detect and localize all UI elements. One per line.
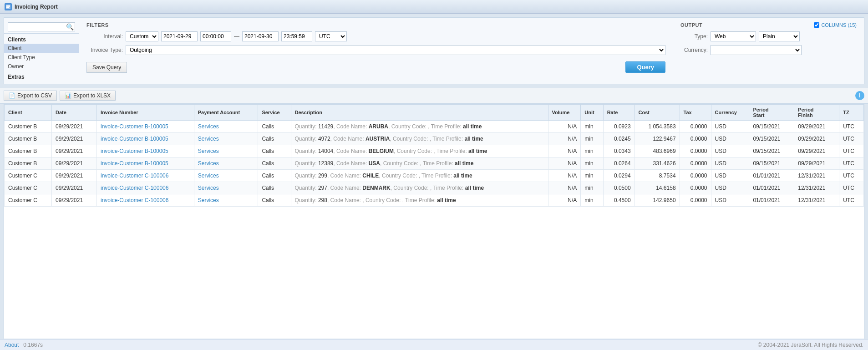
invoice-link[interactable]: invoice-Customer B-100005 bbox=[101, 123, 168, 130]
cell-volume: N/A bbox=[548, 145, 581, 157]
xlsx-icon: 📊 bbox=[65, 92, 71, 99]
export-csv-label: Export to CSV bbox=[17, 92, 52, 99]
cell-period-finish: 09/29/2021 bbox=[794, 145, 839, 157]
cell-service: Calls bbox=[258, 145, 291, 157]
cell-service: Calls bbox=[258, 170, 291, 182]
cell-tax: 0.0000 bbox=[680, 182, 711, 194]
cell-period-start: 09/15/2021 bbox=[749, 157, 794, 170]
filters-title: FILTERS bbox=[86, 22, 665, 28]
invoice-link[interactable]: invoice-Customer C-100006 bbox=[101, 185, 168, 191]
cell-rate: 0.0923 bbox=[603, 121, 635, 133]
time-to-input[interactable] bbox=[281, 31, 312, 41]
invoice-type-select[interactable]: Outgoing bbox=[126, 45, 665, 55]
cell-volume: N/A bbox=[548, 182, 581, 194]
cell-tz: UTC bbox=[839, 121, 864, 133]
cell-client: Customer C bbox=[5, 170, 52, 182]
footer-time: 0.1667s bbox=[23, 342, 43, 348]
cell-client: Customer C bbox=[5, 182, 52, 194]
format-select[interactable]: Plain bbox=[759, 31, 800, 41]
sidebar-item-owner[interactable]: Owner bbox=[4, 62, 79, 71]
info-button[interactable]: i bbox=[855, 91, 864, 100]
cell-volume: N/A bbox=[548, 133, 581, 145]
interval-select[interactable]: Custom bbox=[126, 31, 158, 41]
query-button[interactable]: Query bbox=[625, 61, 665, 73]
about-link[interactable]: About bbox=[5, 342, 19, 348]
invoice-link[interactable]: invoice-Customer C-100006 bbox=[101, 172, 168, 179]
cell-date: 09/29/2021 bbox=[52, 133, 97, 145]
csv-icon: 📄 bbox=[9, 92, 15, 99]
cell-rate: 0.0294 bbox=[603, 170, 635, 182]
payment-account-link[interactable]: Services bbox=[198, 148, 219, 154]
type-row: Type: Web Plain bbox=[680, 31, 857, 41]
col-payment-account: Payment Account bbox=[194, 105, 258, 121]
columns-checkbox[interactable] bbox=[814, 22, 819, 28]
cell-date: 09/29/2021 bbox=[52, 121, 97, 133]
footer: About 0.1667s © 2004-2021 JeraSoft. All … bbox=[0, 339, 868, 350]
cell-service: Calls bbox=[258, 133, 291, 145]
date-to-input[interactable] bbox=[242, 31, 279, 41]
cell-currency: USD bbox=[711, 182, 749, 194]
title-bar: Invoicing Report bbox=[0, 0, 868, 14]
search-container: 🔍 bbox=[4, 20, 79, 34]
date-from-input[interactable] bbox=[161, 31, 198, 41]
search-input[interactable] bbox=[8, 22, 75, 31]
cell-period-start: 09/15/2021 bbox=[749, 145, 794, 157]
sidebar-group-clients: Clients bbox=[4, 34, 79, 44]
save-query-button[interactable]: Save Query bbox=[86, 62, 127, 73]
cell-description: Quantity: 297, Code Name: DENMARK, Count… bbox=[291, 182, 548, 194]
payment-account-link[interactable]: Services bbox=[198, 172, 219, 179]
cell-cost: 483.6969 bbox=[635, 145, 680, 157]
sidebar-item-client[interactable]: Client bbox=[4, 44, 79, 53]
cell-tz: UTC bbox=[839, 145, 864, 157]
cell-unit: min bbox=[581, 194, 603, 207]
payment-account-link[interactable]: Services bbox=[198, 197, 219, 203]
table-row: Customer C 09/29/2021 invoice-Customer C… bbox=[5, 194, 864, 207]
col-currency: Currency bbox=[711, 105, 749, 121]
currency-label: Currency: bbox=[680, 47, 708, 53]
output-section: OUTPUT COLUMNS (15) Type: Web Plain Curr… bbox=[673, 18, 864, 84]
cell-payment-account: Services bbox=[194, 121, 258, 133]
col-volume: Volume bbox=[548, 105, 581, 121]
filter-panel: 🔍 Clients Client Client Type Owner Extra… bbox=[4, 17, 864, 84]
cell-period-finish: 09/29/2021 bbox=[794, 133, 839, 145]
type-select[interactable]: Web bbox=[711, 31, 756, 41]
table-row: Customer B 09/29/2021 invoice-Customer B… bbox=[5, 133, 864, 145]
time-from-input[interactable] bbox=[200, 31, 231, 41]
payment-account-link[interactable]: Services bbox=[198, 123, 219, 130]
payment-account-link[interactable]: Services bbox=[198, 136, 219, 142]
payment-account-link[interactable]: Services bbox=[198, 185, 219, 191]
cell-tax: 0.0000 bbox=[680, 145, 711, 157]
interval-row: Interval: Custom — UTC bbox=[86, 31, 665, 41]
cell-period-start: 01/01/2021 bbox=[749, 170, 794, 182]
export-xlsx-button[interactable]: 📊 Export to XLSX bbox=[60, 91, 116, 101]
export-csv-button[interactable]: 📄 Export to CSV bbox=[4, 91, 57, 101]
currency-select[interactable] bbox=[711, 45, 802, 55]
cell-tax: 0.0000 bbox=[680, 133, 711, 145]
invoicing-table: Client Date Invoice Number Payment Accou… bbox=[4, 104, 864, 207]
output-title: OUTPUT bbox=[680, 22, 702, 28]
table-row: Customer C 09/29/2021 invoice-Customer C… bbox=[5, 182, 864, 194]
invoice-link[interactable]: invoice-Customer C-100006 bbox=[101, 197, 168, 203]
invoice-link[interactable]: invoice-Customer B-100005 bbox=[101, 136, 168, 142]
cell-invoice-number: invoice-Customer B-100005 bbox=[97, 133, 194, 145]
cell-period-finish: 12/31/2021 bbox=[794, 194, 839, 207]
cell-invoice-number: invoice-Customer B-100005 bbox=[97, 145, 194, 157]
invoice-link[interactable]: invoice-Customer B-100005 bbox=[101, 160, 168, 167]
timezone-select[interactable]: UTC bbox=[315, 31, 347, 41]
cell-invoice-number: invoice-Customer C-100006 bbox=[97, 182, 194, 194]
cell-description: Quantity: 12389, Code Name: USA, Country… bbox=[291, 157, 548, 170]
sidebar-item-client-type[interactable]: Client Type bbox=[4, 53, 79, 62]
cell-cost: 122.9467 bbox=[635, 133, 680, 145]
sidebar-group-extras: Extras bbox=[4, 71, 79, 81]
cell-period-start: 09/15/2021 bbox=[749, 121, 794, 133]
cell-rate: 0.0264 bbox=[603, 157, 635, 170]
cell-service: Calls bbox=[258, 182, 291, 194]
columns-link[interactable]: COLUMNS (15) bbox=[821, 22, 857, 28]
invoice-link[interactable]: invoice-Customer B-100005 bbox=[101, 148, 168, 154]
cell-invoice-number: invoice-Customer B-100005 bbox=[97, 121, 194, 133]
table-row: Customer B 09/29/2021 invoice-Customer B… bbox=[5, 145, 864, 157]
payment-account-link[interactable]: Services bbox=[198, 160, 219, 167]
table-row: Customer B 09/29/2021 invoice-Customer B… bbox=[5, 157, 864, 170]
col-cost: Cost bbox=[635, 105, 680, 121]
col-tz: TZ bbox=[839, 105, 864, 121]
